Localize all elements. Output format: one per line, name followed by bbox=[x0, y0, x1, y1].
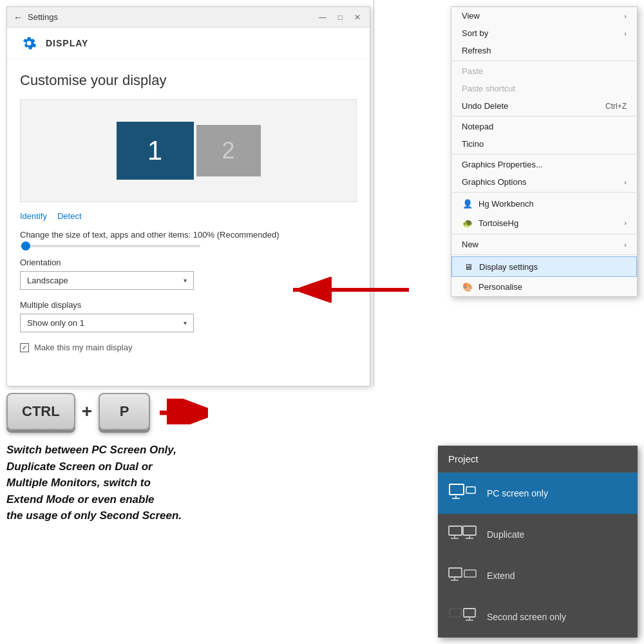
right-arrow bbox=[156, 399, 208, 424]
separator-3 bbox=[451, 154, 637, 155]
ctx-sortby-label: Sort by bbox=[462, 28, 488, 38]
context-menu-item-sortby[interactable]: Sort by › bbox=[451, 24, 637, 42]
context-menu-item-tortoisehg[interactable]: 🐢 TortoiseHg › bbox=[451, 213, 637, 232]
identify-link[interactable]: Identify bbox=[20, 211, 47, 221]
context-menu-item-view[interactable]: View › bbox=[451, 7, 637, 24]
hg-item-left: 👤 Hg Workbench bbox=[462, 198, 534, 209]
minimize-button[interactable]: — bbox=[316, 13, 329, 22]
context-menu-item-paste: Paste bbox=[451, 62, 637, 80]
scale-label: Change the size of text, apps and other … bbox=[20, 230, 357, 240]
project-panel-title: Project bbox=[438, 446, 638, 473]
divider bbox=[374, 0, 374, 386]
project-item-pc-screen[interactable]: PC screen only bbox=[438, 473, 638, 514]
plus-sign: + bbox=[82, 401, 92, 422]
project-panel: Project PC screen only Duplicate bbox=[438, 446, 638, 638]
ctx-personalise-label: Personalise bbox=[478, 282, 522, 292]
multiple-displays-dropdown[interactable]: Show only on 1 ▾ bbox=[20, 314, 194, 332]
p-key: P bbox=[99, 393, 150, 430]
orientation-dropdown[interactable]: Landscape ▾ bbox=[20, 271, 194, 290]
ctx-graphics-options-label: Graphics Options bbox=[462, 177, 526, 187]
svg-rect-15 bbox=[464, 570, 476, 577]
page-title: Customise your display bbox=[20, 72, 357, 89]
ctx-ticino-label: Ticino bbox=[462, 139, 484, 149]
context-menu-item-new[interactable]: New › bbox=[451, 236, 637, 253]
context-menu-item-graphics-properties[interactable]: Graphics Properties... bbox=[451, 156, 637, 173]
hg-icon: 👤 bbox=[462, 198, 473, 209]
chevron-right-icon-2: › bbox=[624, 30, 627, 37]
ctx-graphics-props-label: Graphics Properties... bbox=[462, 160, 543, 169]
personalise-left: 🎨 Personalise bbox=[462, 281, 522, 292]
extend-icon bbox=[448, 565, 477, 586]
scale-slider[interactable] bbox=[20, 245, 200, 247]
context-menu-item-paste-shortcut: Paste shortcut bbox=[451, 80, 637, 97]
settings-links: Identify Detect bbox=[20, 211, 357, 221]
tortoise-item-left: 🐢 TortoiseHg bbox=[462, 217, 518, 229]
arrow-indicator bbox=[287, 277, 415, 305]
pc-screen-label: PC screen only bbox=[487, 488, 548, 498]
ctx-paste-shortcut-label: Paste shortcut bbox=[462, 84, 515, 93]
chevron-right-icon-3: › bbox=[624, 178, 627, 186]
detect-link[interactable]: Detect bbox=[57, 211, 82, 221]
extend-label: Extend bbox=[487, 571, 515, 581]
monitor-2: 2 bbox=[196, 125, 261, 176]
display-settings-icon: 🖥 bbox=[462, 261, 474, 272]
context-menu-item-display-settings[interactable]: 🖥 Display settings bbox=[451, 256, 637, 277]
separator-2 bbox=[451, 116, 637, 117]
close-button[interactable]: ✕ bbox=[352, 13, 363, 22]
context-menu-item-notepad[interactable]: Notepad bbox=[451, 118, 637, 135]
second-screen-label: Second screen only bbox=[487, 612, 566, 622]
settings-header: DISPLAY bbox=[7, 28, 370, 59]
ctx-hg-label: Hg Workbench bbox=[478, 199, 534, 209]
pc-screen-icon bbox=[448, 483, 477, 504]
svg-rect-9 bbox=[463, 526, 476, 535]
chevron-down-icon: ▾ bbox=[184, 277, 187, 284]
settings-window: ← Settings — □ ✕ DISPLAY Customise your … bbox=[6, 6, 370, 386]
context-menu: View › Sort by › Refresh Paste Paste sho… bbox=[451, 6, 638, 297]
description-text: Switch between PC Screen Only, Duplicate… bbox=[6, 442, 374, 524]
multiple-displays-value: Show only on 1 bbox=[27, 318, 84, 328]
checkbox-icon: ✓ bbox=[20, 343, 29, 352]
project-item-duplicate[interactable]: Duplicate bbox=[438, 514, 638, 555]
window-controls: — □ ✕ bbox=[316, 13, 363, 22]
context-menu-item-personalise[interactable]: 🎨 Personalise bbox=[451, 277, 637, 296]
svg-rect-19 bbox=[464, 609, 475, 617]
main-display-label: Make this my main display bbox=[34, 343, 132, 352]
slider-thumb bbox=[21, 242, 30, 251]
display-settings-left: 🖥 Display settings bbox=[462, 261, 538, 272]
maximize-button[interactable]: □ bbox=[336, 13, 345, 22]
red-arrow-right-svg bbox=[156, 399, 208, 424]
context-menu-item-hg[interactable]: 👤 Hg Workbench bbox=[451, 194, 637, 213]
title-bar: ← Settings — □ ✕ bbox=[7, 7, 370, 28]
orientation-value: Landscape bbox=[27, 276, 68, 285]
context-menu-item-undo[interactable]: Undo Delete Ctrl+Z bbox=[451, 97, 637, 115]
app-title: Settings bbox=[28, 12, 316, 22]
svg-rect-18 bbox=[450, 609, 461, 617]
context-menu-item-refresh[interactable]: Refresh bbox=[451, 42, 637, 59]
svg-rect-14 bbox=[449, 568, 462, 577]
ctx-refresh-label: Refresh bbox=[462, 46, 491, 55]
monitor-preview: 1 2 bbox=[20, 99, 357, 202]
ctx-notepad-label: Notepad bbox=[462, 122, 493, 131]
project-item-second-screen[interactable]: Second screen only bbox=[438, 596, 638, 638]
separator-5 bbox=[451, 234, 637, 234]
bottom-left-section: CTRL + P Switch between PC Screen Only, … bbox=[6, 393, 374, 524]
chevron-right-icon-4: › bbox=[624, 219, 627, 227]
separator-4 bbox=[451, 192, 637, 193]
duplicate-icon bbox=[448, 524, 477, 545]
ctx-display-settings-label: Display settings bbox=[479, 262, 538, 272]
project-item-extend[interactable]: Extend bbox=[438, 555, 638, 596]
svg-rect-8 bbox=[449, 526, 462, 535]
monitor-1: 1 bbox=[117, 122, 194, 180]
undo-shortcut: Ctrl+Z bbox=[605, 102, 627, 111]
svg-rect-5 bbox=[466, 487, 475, 493]
main-display-row[interactable]: ✓ Make this my main display bbox=[20, 343, 357, 352]
second-screen-icon bbox=[448, 607, 477, 627]
back-button[interactable]: ← bbox=[14, 12, 23, 23]
tortoise-icon: 🐢 bbox=[462, 217, 473, 229]
ctx-view-label: View bbox=[462, 11, 480, 21]
red-arrow-svg bbox=[287, 277, 415, 303]
chevron-down-icon-2: ▾ bbox=[184, 319, 187, 327]
gear-icon bbox=[20, 34, 38, 52]
context-menu-item-ticino[interactable]: Ticino bbox=[451, 135, 637, 153]
context-menu-item-graphics-options[interactable]: Graphics Options › bbox=[451, 173, 637, 191]
